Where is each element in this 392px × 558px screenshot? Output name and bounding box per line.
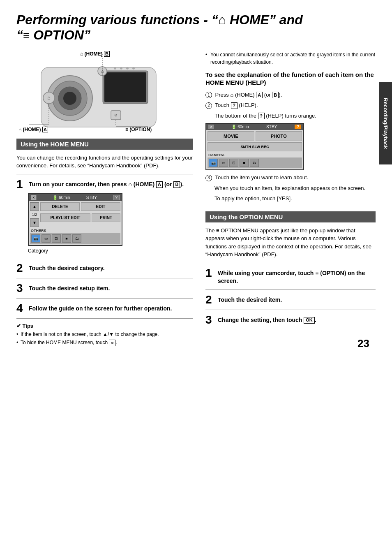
screen-icons: 📷 ▭ ⊡ ■ 🗂 <box>30 233 120 244</box>
photo-btn: PHOTO <box>256 131 302 141</box>
svg-point-9 <box>114 67 116 69</box>
print-btn: PRINT <box>92 213 120 222</box>
delete-btn: DELETE <box>40 202 80 211</box>
category-label: Category <box>28 248 193 254</box>
option-menu-text: The ≡ OPTION MENU appears just like the … <box>205 227 376 259</box>
tips-title: ✔ Tips <box>16 323 193 329</box>
help-icon-3: ⊡ <box>229 159 238 167</box>
divider-2 <box>16 258 193 258</box>
icon-folder: 🗂 <box>72 234 81 243</box>
sidebar-label: Recording/Playback <box>379 82 392 164</box>
step-1-number: 1 <box>16 178 25 190</box>
step-4-number: 4 <box>16 303 25 314</box>
camera-label: CAMERA <box>208 153 302 157</box>
svg-point-11 <box>126 67 129 69</box>
page-number: 23 <box>357 337 369 350</box>
home-menu-header: Using the HOME MENU <box>16 139 193 150</box>
help-row-2: SMTH SLW REC <box>208 142 302 151</box>
divider-r3 <box>205 289 376 290</box>
help-step-2: 2 Touch ? (HELP). <box>205 101 376 109</box>
circle-2: 2 <box>205 102 212 109</box>
help-step-3: 3 Touch the item you want to learn about… <box>205 174 376 182</box>
tips-list: If the item is not on the screen, touch … <box>16 331 193 347</box>
label-home-b: ⌂ (HOME) B <box>80 51 110 57</box>
option-step-2: 2 Touch the desired item. <box>205 294 376 306</box>
divider-r5 <box>205 330 376 330</box>
step-4: 4 Follow the guide on the screen for fur… <box>16 303 193 314</box>
main-title: Performing various functions - “⌂ HOME” … <box>16 12 376 43</box>
divider-r1 <box>205 207 376 207</box>
step-2: 2 Touch the desired category. <box>16 262 193 274</box>
option-step-3-number: 3 <box>205 314 214 326</box>
help-stby: STBY <box>266 125 277 129</box>
option-step-1-text: While using your camcorder, touch ≡ (OPT… <box>218 267 376 285</box>
movie-btn: MOVIE <box>208 131 254 141</box>
help-icons: 📷 ▭ ⊡ ■ 🗂 <box>208 157 302 168</box>
step-3-number: 3 <box>16 282 25 294</box>
icon-grid: ⊡ <box>52 234 61 243</box>
screen-row-2: PLAYLIST EDIT PRINT <box>40 213 120 222</box>
left-column: ⌂ ⌂ ⊜ <box>16 51 193 348</box>
help-icon-1: 📷 <box>209 159 218 167</box>
circle-3: 3 <box>205 175 212 181</box>
step-2-number: 2 <box>16 262 25 274</box>
option-step-3-text: Change the setting, then touch OK. <box>218 314 316 324</box>
screen-mockup-1: × 🔋 60min STBY ? ▲ 1/2 ▼ DEL <box>28 193 122 246</box>
divider-5 <box>16 318 193 319</box>
svg-text:⌂: ⌂ <box>47 95 51 101</box>
right-column: You cannot simultaneously select or acti… <box>205 51 376 348</box>
arr-up: ▲ <box>30 202 39 211</box>
svg-point-12 <box>132 67 135 69</box>
tips-section: ✔ Tips If the item is not on the screen,… <box>16 323 193 347</box>
step-3-text: Touch the desired setup item. <box>29 282 110 293</box>
help-orange-btn: ? <box>295 125 301 129</box>
svg-rect-8 <box>104 72 146 102</box>
help-battery: 🔋 60min <box>231 125 249 129</box>
camera-svg: ⌂ ⌂ ⊜ <box>16 51 181 131</box>
help-icon-4: ■ <box>240 159 249 167</box>
label-option: ≡ (OPTION) <box>125 127 152 132</box>
screen-row-1: DELETE EDIT <box>40 202 120 211</box>
svg-point-10 <box>120 67 122 69</box>
help-title: To see the explanation of the function o… <box>205 71 376 87</box>
option-step-2-text: Touch the desired item. <box>218 294 282 304</box>
help-screen-body: MOVIE PHOTO SMTH SLW REC CAMERA 📷 ▭ ⊡ ■ … <box>206 130 303 169</box>
stby-label: STBY <box>86 195 97 200</box>
step-3: 3 Touch the desired setup item. <box>16 282 193 294</box>
divider-4 <box>16 298 193 299</box>
help-screen: × 🔋 60min STBY ? MOVIE PHOTO SMTH SLW RE… <box>205 123 304 170</box>
help-icon-5: 🗂 <box>250 159 259 167</box>
icon-cam: 📷 <box>31 234 40 243</box>
help-x-btn: × <box>208 125 214 129</box>
step-1-text: Turn on your camcorder, then press ⌂ (HO… <box>29 178 184 189</box>
divider-1 <box>16 174 193 174</box>
camera-diagram: ⌂ ⌂ ⊜ <box>16 51 193 132</box>
option-step-3: 3 Change the setting, then touch OK. <box>205 314 376 326</box>
label-home-a: ⌂ (HOME) A <box>18 127 48 132</box>
battery-icon: 🔋 60min <box>53 195 70 200</box>
help-btn: ? <box>113 195 120 200</box>
circle-1: 1 <box>205 92 212 98</box>
screen-body-1: ▲ 1/2 ▼ DELETE EDIT PLAYLIST EDIT PRI <box>29 201 122 245</box>
option-step-1-number: 1 <box>205 267 214 279</box>
icon-rect: ▭ <box>42 234 51 243</box>
help-icon-2: ▭ <box>219 159 228 167</box>
others-label: OTHERS <box>30 228 120 233</box>
screen-top-bar-1: × 🔋 60min STBY ? <box>29 194 122 201</box>
tip-1: If the item is not on the screen, touch … <box>16 331 193 338</box>
help-step-2-sub: The bottom of the ? (HELP) turns orange. <box>214 112 376 120</box>
svg-point-4 <box>63 92 76 105</box>
help-screen-top: × 🔋 60min STBY ? <box>206 124 303 130</box>
smth-btn: SMTH SLW REC <box>208 142 302 151</box>
option-step-2-number: 2 <box>205 294 214 306</box>
help-row-1: MOVIE PHOTO <box>208 131 302 141</box>
help-step-3-sub2: To apply the option, touch [YES]. <box>214 194 376 203</box>
edit-btn: EDIT <box>81 202 120 211</box>
home-menu-text: You can change the recording functions a… <box>16 154 193 170</box>
help-step-1: 1 Press ⌂ (HOME) A (or B). <box>205 91 376 99</box>
svg-text:⊜: ⊜ <box>114 113 118 117</box>
step-4-text: Follow the guide on the screen for furth… <box>29 303 172 313</box>
divider-3 <box>16 278 193 278</box>
step-1: 1 Turn on your camcorder, then press ⌂ (… <box>16 178 193 190</box>
option-menu-header: Using the OPTION MENU <box>205 211 376 222</box>
